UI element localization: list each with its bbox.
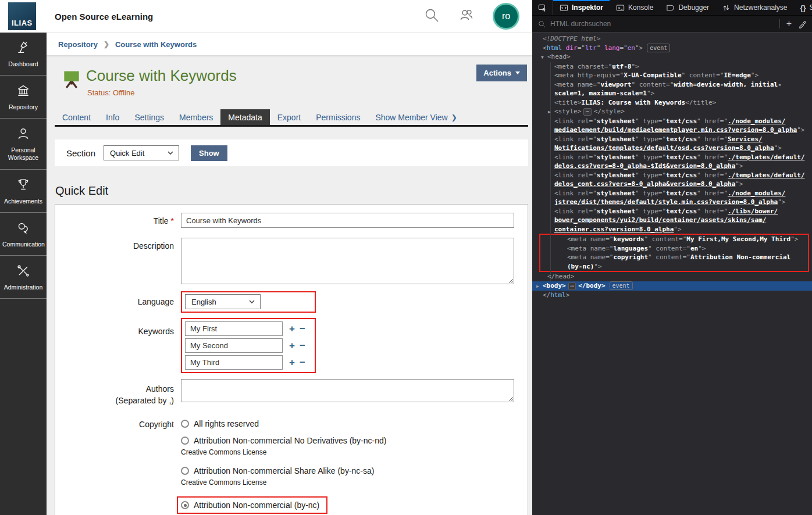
tab-export[interactable]: Export bbox=[270, 109, 308, 125]
markup-node[interactable]: <link rel="stylesheet" type="text/css" h… bbox=[532, 135, 812, 153]
devtools-tab-label: Inspektor bbox=[572, 3, 603, 12]
add-keyword-button[interactable]: + bbox=[287, 357, 297, 367]
code-segment: html bbox=[547, 44, 562, 52]
ilias-logo[interactable]: ILIAS bbox=[8, 2, 36, 30]
whos-online-icon[interactable] bbox=[458, 6, 475, 26]
code-segment: <link rel=" bbox=[554, 153, 597, 161]
sidebar-item-repository[interactable]: Repository bbox=[0, 76, 47, 119]
eyedropper-icon[interactable] bbox=[798, 20, 807, 28]
code-segment: " href=" bbox=[697, 208, 728, 215]
markup-node[interactable]: <meta name="viewport" content="width=dev… bbox=[532, 80, 812, 98]
app-title: Open Source eLearning bbox=[55, 12, 153, 22]
collapsed-content-icon[interactable]: ⋯ bbox=[568, 282, 576, 290]
code-segment: <link rel=" bbox=[554, 171, 597, 179]
sidebar-item-dashboard[interactable]: Dashboard bbox=[0, 33, 47, 76]
tab-permissions[interactable]: Permissions bbox=[308, 109, 368, 125]
markup-node[interactable]: <meta name="languages" content="en"> bbox=[540, 244, 808, 253]
tab-content[interactable]: Content bbox=[55, 109, 98, 125]
sidebar-item-achievements[interactable]: Achievements bbox=[0, 170, 47, 213]
markup-node[interactable]: ▶<style>⋯</style> bbox=[532, 107, 812, 117]
markup-node[interactable]: <!DOCTYPE html> bbox=[532, 34, 812, 44]
section-dropdown[interactable]: Quick Edit bbox=[104, 145, 179, 160]
tab-members[interactable]: Members bbox=[172, 109, 220, 125]
add-keyword-button[interactable]: + bbox=[287, 324, 297, 334]
radio-button[interactable] bbox=[181, 467, 189, 475]
show-button[interactable]: Show bbox=[191, 145, 227, 161]
radio-button[interactable] bbox=[181, 501, 189, 509]
search-icon bbox=[537, 20, 546, 28]
sidebar-item-personal-workspace[interactable]: Personal Workspace bbox=[0, 119, 47, 169]
devtools-tab-konsole[interactable]: Konsole bbox=[610, 0, 660, 15]
keyword-input[interactable] bbox=[185, 321, 283, 336]
radio-button[interactable] bbox=[181, 420, 189, 428]
markup-node[interactable]: ▼<head> bbox=[532, 52, 812, 62]
code-segment: " bbox=[597, 44, 604, 52]
remove-keyword-button[interactable]: − bbox=[297, 324, 308, 334]
section-dropdown-value: Quick Edit bbox=[110, 149, 144, 158]
authors-textarea[interactable] bbox=[181, 379, 514, 402]
expand-arrow-icon[interactable]: ▶ bbox=[536, 282, 543, 291]
markup-node[interactable]: <link rel="stylesheet" type="text/css" h… bbox=[532, 189, 812, 207]
code-segment: stylesheet bbox=[597, 135, 635, 143]
title-input[interactable] bbox=[181, 213, 514, 228]
code-segment: en bbox=[690, 245, 698, 252]
markup-node[interactable]: </html> bbox=[532, 291, 812, 300]
code-segment: copyright bbox=[613, 253, 648, 261]
markup-node[interactable]: <meta name="copyright" content="Attribut… bbox=[540, 253, 808, 271]
keyword-input[interactable] bbox=[185, 338, 283, 353]
user-avatar[interactable]: ro bbox=[493, 3, 519, 30]
remove-keyword-button[interactable]: − bbox=[297, 341, 308, 351]
expand-arrow-icon[interactable]: ▼ bbox=[541, 53, 547, 62]
markup-node[interactable]: <html dir="ltr" lang="en">event bbox=[532, 44, 812, 53]
devtools-tab-label: Debugger bbox=[678, 3, 709, 12]
network-icon bbox=[722, 3, 731, 12]
markup-node[interactable]: <link rel="stylesheet" type="text/css" h… bbox=[532, 153, 812, 171]
keyword-input[interactable] bbox=[185, 355, 283, 370]
breadcrumb-item[interactable]: Repository bbox=[58, 40, 98, 49]
markup-node[interactable]: <link rel="stylesheet" type="text/css" h… bbox=[532, 117, 812, 135]
copyright-option: Attribution Non-commercial Share Alike (… bbox=[181, 466, 528, 487]
markup-node[interactable]: <title>ILIAS: Course with Keywords</titl… bbox=[532, 98, 812, 108]
markup-node[interactable]: <meta http-equiv="X-UA-Compatible" conte… bbox=[532, 71, 812, 80]
tab-info[interactable]: Info bbox=[98, 109, 127, 125]
event-badge[interactable]: event bbox=[647, 44, 670, 52]
devtools-markup-view: <!DOCTYPE html><html dir="ltr" lang="en"… bbox=[532, 33, 812, 300]
devtools-tab-debugger[interactable]: Debugger bbox=[660, 0, 715, 15]
sidebar-item-administration[interactable]: Administration bbox=[0, 256, 47, 299]
element-picker-button[interactable] bbox=[532, 0, 553, 15]
markup-node[interactable]: <link rel="stylesheet" type="text/css" h… bbox=[532, 171, 812, 189]
markup-node[interactable]: </head> bbox=[532, 272, 812, 281]
search-icon[interactable] bbox=[423, 6, 440, 26]
sidebar-item-communication[interactable]: Communication bbox=[0, 213, 47, 256]
tab-metadata[interactable]: Metadata bbox=[220, 109, 269, 125]
code-segment: "> bbox=[751, 71, 758, 79]
breadcrumb-item[interactable]: Course with Keywords bbox=[115, 40, 197, 49]
markup-node[interactable]: <meta charset="utf-8"> bbox=[532, 62, 812, 71]
code-segment: <meta name=" bbox=[567, 235, 613, 243]
course-icon bbox=[60, 68, 83, 90]
description-textarea[interactable] bbox=[181, 238, 514, 284]
code-segment: stylesheet bbox=[597, 208, 635, 215]
add-node-button[interactable]: + bbox=[784, 19, 794, 29]
devtools-tab-stilbearbeitung[interactable]: {}Stilbearbeitung bbox=[793, 0, 812, 15]
code-segment: <link rel=" bbox=[554, 135, 597, 143]
tab-settings[interactable]: Settings bbox=[127, 109, 172, 125]
markup-node[interactable]: ▶<body>⋯</body>event bbox=[532, 281, 812, 291]
code-segment: " content=" bbox=[648, 253, 690, 261]
radio-button[interactable] bbox=[181, 437, 189, 445]
code-segment: "> bbox=[594, 263, 601, 270]
markup-node[interactable]: <meta name="keywords" content="My First,… bbox=[540, 235, 808, 244]
html-search-input[interactable] bbox=[550, 20, 775, 28]
code-segment: <!DOCTYPE html> bbox=[543, 35, 600, 42]
devtools-tab-inspektor[interactable]: Inspektor bbox=[553, 0, 610, 15]
language-dropdown[interactable]: English bbox=[185, 294, 261, 309]
add-keyword-button[interactable]: + bbox=[287, 341, 297, 351]
markup-node[interactable]: <link rel="stylesheet" type="text/css" h… bbox=[532, 207, 812, 234]
actions-button[interactable]: Actions bbox=[476, 65, 527, 81]
collapsed-content-icon[interactable]: ⋯ bbox=[583, 108, 591, 116]
event-badge[interactable]: event bbox=[610, 281, 633, 290]
tab-show-member-view[interactable]: Show Member View❯ bbox=[368, 109, 464, 125]
remove-keyword-button[interactable]: − bbox=[297, 357, 308, 367]
devtools-tab-netzwerkanalyse[interactable]: Netzwerkanalyse bbox=[715, 0, 793, 15]
expand-arrow-icon[interactable]: ▶ bbox=[548, 108, 554, 117]
